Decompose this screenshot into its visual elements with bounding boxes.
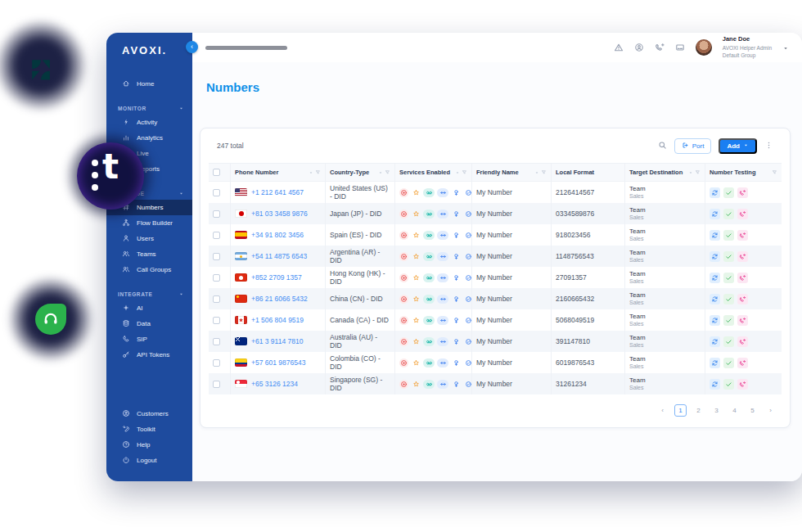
pagination-page-5[interactable]: 5 (746, 404, 759, 417)
table-row[interactable]: +1 506 804 9519Canada (CA) - DIDMy Numbe… (209, 309, 782, 331)
star-icon[interactable] (412, 338, 420, 345)
voicemail-icon[interactable] (426, 210, 433, 218)
filter-icon[interactable] (772, 169, 777, 175)
voicemail-icon[interactable] (426, 274, 433, 282)
add-button[interactable]: Add (719, 138, 757, 154)
star-icon[interactable] (412, 274, 420, 282)
sms-icon[interactable] (439, 359, 447, 367)
forward-test-chip[interactable] (737, 315, 748, 326)
phone-number-link[interactable]: +1 212 641 4567 (251, 188, 304, 196)
record-icon[interactable] (400, 359, 408, 367)
filter-icon[interactable] (385, 169, 390, 175)
row-checkbox[interactable] (213, 359, 220, 367)
forward-test-chip[interactable] (737, 379, 748, 390)
kebab-icon[interactable] (764, 141, 773, 150)
sync-test-chip[interactable] (710, 251, 720, 262)
table-row[interactable]: +86 21 6066 5432China (CN) - DIDMy Numbe… (209, 288, 782, 309)
sidebar-collapse-button[interactable]: ‹ (186, 41, 198, 53)
record-icon[interactable] (400, 338, 408, 345)
column-header-services-enabled[interactable]: Services Enabled (394, 164, 471, 181)
port-button[interactable]: Port (674, 138, 712, 154)
table-row[interactable]: +852 2709 1357Hong Kong (HK) - DIDMy Num… (209, 267, 782, 288)
check-test-chip[interactable] (723, 230, 734, 241)
sms-icon[interactable] (439, 189, 447, 196)
forward-test-chip[interactable] (737, 294, 748, 304)
phone-number-link[interactable]: +852 2709 1357 (251, 273, 302, 282)
dial-icon[interactable] (453, 253, 460, 260)
table-row[interactable]: +81 03 3458 9876Japan (JP) - DIDMy Numbe… (209, 203, 782, 224)
phone-number-link[interactable]: +86 21 6066 5432 (251, 295, 308, 303)
more-options-icon[interactable] (764, 138, 773, 153)
phone-number-link[interactable]: +81 03 3458 9876 (251, 210, 308, 218)
sort-icon[interactable] (688, 170, 693, 175)
record-icon[interactable] (400, 274, 408, 282)
sidebar-item-data[interactable]: Data (106, 316, 192, 331)
sort-icon[interactable] (534, 170, 539, 175)
sms-icon[interactable] (439, 253, 447, 260)
support-icon[interactable] (634, 43, 644, 52)
filter-icon[interactable] (695, 169, 701, 175)
star-icon[interactable] (412, 253, 420, 260)
column-header-local-format[interactable]: Local Format (551, 164, 624, 181)
table-row[interactable]: +1 212 641 4567United States (US) - DIDM… (209, 182, 782, 203)
phone-add-icon[interactable] (655, 43, 665, 52)
dial-icon[interactable] (453, 189, 460, 196)
sort-icon[interactable] (455, 170, 460, 175)
sidebar-item-customers[interactable]: Customers (106, 406, 192, 422)
record-icon[interactable] (400, 189, 408, 196)
sidebar-item-ai[interactable]: AI (106, 300, 192, 316)
check-test-chip[interactable] (723, 358, 734, 368)
forward-test-chip[interactable] (737, 336, 748, 347)
filter-icon[interactable] (541, 169, 547, 175)
voicemail-icon[interactable] (426, 253, 433, 260)
check-test-chip[interactable] (723, 251, 734, 262)
row-checkbox[interactable] (213, 295, 220, 303)
check-test-chip[interactable] (723, 187, 734, 198)
check-test-chip[interactable] (723, 336, 734, 347)
sms-icon[interactable] (439, 232, 447, 239)
sync-test-chip[interactable] (710, 187, 720, 198)
table-row[interactable]: +65 3126 1234Singapore (SG) - DIDMy Numb… (209, 373, 782, 394)
record-icon[interactable] (400, 317, 408, 324)
star-icon[interactable] (412, 317, 420, 324)
pagination-page-4[interactable]: 4 (728, 404, 741, 417)
phone-number-link[interactable]: +54 11 4875 6543 (251, 252, 307, 260)
sync-test-chip[interactable] (710, 294, 720, 304)
sync-test-chip[interactable] (710, 315, 720, 326)
sidebar-item-sip[interactable]: SIP (106, 331, 192, 347)
phone-number-link[interactable]: +1 506 804 9519 (251, 316, 304, 324)
sidebar-item-help[interactable]: Help (106, 437, 192, 453)
dial-icon[interactable] (453, 274, 460, 282)
voicemail-icon[interactable] (426, 338, 433, 345)
voicemail-icon[interactable] (426, 359, 433, 367)
forward-test-chip[interactable] (737, 209, 748, 219)
record-icon[interactable] (400, 232, 408, 239)
pagination-page-2[interactable]: 2 (692, 404, 705, 417)
row-checkbox[interactable] (213, 210, 220, 218)
sync-test-chip[interactable] (710, 358, 720, 368)
warning-icon[interactable] (614, 43, 624, 52)
sidebar-item-logout[interactable]: Logout (106, 453, 192, 468)
search-icon[interactable] (658, 138, 667, 153)
voicemail-icon[interactable] (426, 295, 433, 303)
row-checkbox[interactable] (213, 274, 220, 282)
sort-icon[interactable] (378, 170, 383, 175)
star-icon[interactable] (412, 232, 420, 239)
star-icon[interactable] (412, 189, 420, 196)
forward-test-chip[interactable] (737, 251, 748, 262)
pagination-page-1[interactable]: 1 (674, 404, 687, 417)
card-icon[interactable] (675, 43, 685, 52)
voicemail-icon[interactable] (426, 317, 433, 324)
check-test-chip[interactable] (723, 315, 734, 326)
voicemail-icon[interactable] (426, 232, 433, 239)
search-icon[interactable] (658, 141, 667, 150)
sms-icon[interactable] (439, 295, 447, 303)
sidebar-section-monitor[interactable]: MONITOR (106, 101, 192, 115)
row-checkbox[interactable] (213, 338, 220, 345)
forward-test-chip[interactable] (737, 230, 748, 241)
check-test-chip[interactable] (723, 273, 734, 283)
check-test-chip[interactable] (723, 209, 734, 219)
dial-icon[interactable] (453, 210, 460, 218)
pagination-prev[interactable]: ‹ (656, 404, 669, 417)
voicemail-icon[interactable] (426, 381, 433, 388)
